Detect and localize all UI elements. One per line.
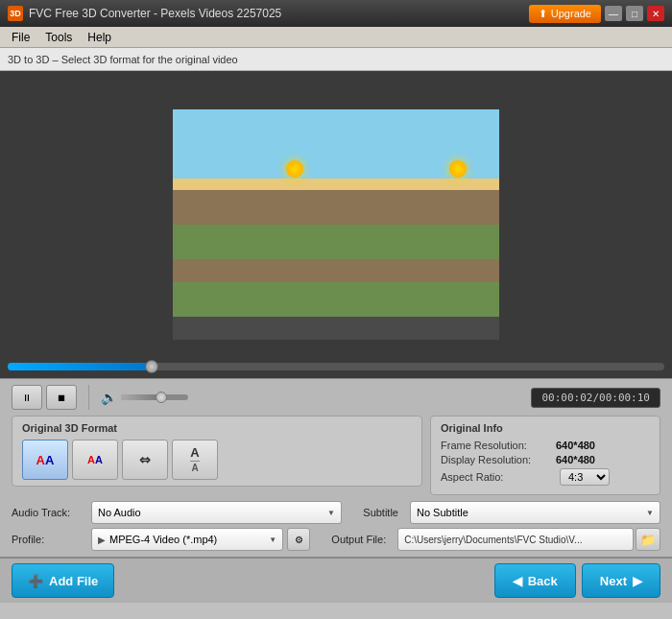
frame-resolution-label: Frame Resolution: [441,440,556,451]
display-resolution-value: 640*480 [556,454,595,465]
gear-icon: ⚙ [295,535,303,545]
volume-slider[interactable] [121,394,188,400]
app-icon: 3D [8,6,23,21]
subtitle-dropdown-container: No Subtitle ▼ [410,501,660,524]
info-section: Original Info Frame Resolution: 640*480 … [430,416,660,495]
video-right [336,109,499,340]
format-btn-tb[interactable]: A A [172,440,218,480]
menu-bar: File Tools Help [0,27,672,48]
title-bar-left: 3D FVC Free 3D Converter - Pexels Videos… [8,6,281,21]
seek-fill [8,363,152,370]
stop-icon: ⏹ [57,393,66,403]
video-frame [173,109,499,340]
profile-label: Profile: [12,534,84,545]
profile-settings-button[interactable]: ⚙ [287,528,310,551]
frame-resolution-value: 640*480 [556,440,595,451]
profile-format-icon: ▶ [98,535,106,545]
seek-thumb[interactable] [145,360,158,373]
format-aa-half-label: AA [87,454,103,465]
minimize-button[interactable]: — [605,6,622,21]
browse-button[interactable]: 📁 [636,528,660,551]
profile-container: ▶ MPEG-4 Video (*.mp4) ▼ ⚙ [91,528,310,551]
menu-tools[interactable]: Tools [37,29,80,46]
volume-area: 🔊 [101,390,188,405]
video-area [0,71,672,378]
info-display-resolution-row: Display Resolution: 640*480 [441,454,650,465]
format-btn-anaglyph-half[interactable]: AA [72,440,118,480]
volume-thumb[interactable] [156,392,167,403]
format-aa-full-label: AA [36,453,55,467]
format-buttons: AA AA ⇔ A A [22,440,412,480]
format-section: Original 3D Format AA AA ⇔ A [12,416,422,487]
playback-row: ⏸ ⏹ 🔊 00:00:02/00:00:10 [12,385,660,410]
video-preview [173,109,499,340]
display-resolution-label: Display Resolution: [441,454,556,465]
audio-dropdown-arrow: ▼ [327,509,335,517]
upgrade-button[interactable]: ⬆ Upgrade [529,5,601,23]
upgrade-icon: ⬆ [539,8,547,20]
audio-track-dropdown[interactable]: No Audio ▼ [91,501,342,524]
format-btn-anaglyph-full[interactable]: AA [22,440,68,480]
back-arrow-icon: ◀ [513,574,522,588]
audio-subtitle-row: Audio Track: No Audio ▼ Subtitle No Subt… [12,501,660,524]
menu-file[interactable]: File [4,29,37,46]
pause-button[interactable]: ⏸ [12,385,42,410]
volume-icon: 🔊 [101,390,117,405]
action-bar: ➕ Add File ◀ Back Next ▶ [0,557,672,603]
info-section-label: Original Info [441,422,650,434]
close-button[interactable]: ✕ [647,6,664,21]
playback-left: ⏸ ⏹ 🔊 [12,385,188,410]
menu-help[interactable]: Help [80,29,119,46]
format-sbs-icon: ⇔ [139,452,151,467]
audio-dropdown-container: No Audio ▼ [91,501,342,524]
instruction-text: 3D to 3D – Select 3D format for the orig… [8,54,238,65]
info-frame-resolution-row: Frame Resolution: 640*480 [441,440,650,451]
instruction-bar: 3D to 3D – Select 3D format for the orig… [0,48,672,71]
separator [88,385,89,410]
seek-bar-container [0,363,672,370]
profile-value: MPEG-4 Video (*.mp4) [109,534,217,545]
aspect-ratio-select[interactable]: 4:3 16:9 [560,468,610,486]
next-arrow-icon: ▶ [633,574,642,588]
pause-icon: ⏸ [22,393,32,403]
add-file-icon: ➕ [28,574,43,588]
subtitle-dropdown[interactable]: No Subtitle ▼ [410,501,660,524]
subtitle-label: Subtitle [349,507,402,518]
format-info-row: Original 3D Format AA AA ⇔ A [12,416,660,495]
format-btn-sbs[interactable]: ⇔ [122,440,168,480]
format-section-label: Original 3D Format [22,422,412,434]
add-file-button[interactable]: ➕ Add File [12,563,114,598]
bottom-rows: Audio Track: No Audio ▼ Subtitle No Subt… [12,501,660,551]
video-left [173,109,336,340]
profile-dropdown[interactable]: ▶ MPEG-4 Video (*.mp4) ▼ [91,528,283,551]
controls-area: ⏸ ⏹ 🔊 00:00:02/00:00:10 Original 3D Form… [0,378,672,557]
nav-buttons: ◀ Back Next ▶ [494,563,660,598]
folder-icon: 📁 [640,533,656,547]
profile-output-row: Profile: ▶ MPEG-4 Video (*.mp4) ▼ ⚙ Outp… [12,528,660,551]
sun-right [449,160,467,178]
seek-bar[interactable] [8,363,664,370]
next-button[interactable]: Next ▶ [582,563,660,598]
info-aspect-ratio-row: Aspect Ratio: 4:3 16:9 [441,468,650,486]
profile-dropdown-arrow: ▼ [269,536,276,544]
output-file-label: Output File: [318,534,390,545]
format-tb-label: A A [190,446,199,472]
maximize-button[interactable]: □ [626,6,643,21]
back-button[interactable]: ◀ Back [494,563,576,598]
output-file-path: C:\Users\jerry\Documents\FVC Studio\V... [397,528,634,551]
sun-left [286,160,303,178]
audio-track-label: Audio Track: [12,507,84,518]
aspect-ratio-label: Aspect Ratio: [441,471,556,483]
window-title: FVC Free 3D Converter - Pexels Videos 22… [29,7,281,20]
title-bar-right: ⬆ Upgrade — □ ✕ [529,5,664,23]
stop-button[interactable]: ⏹ [46,385,77,410]
title-bar: 3D FVC Free 3D Converter - Pexels Videos… [0,0,672,27]
audio-track-value: No Audio [98,507,141,518]
subtitle-dropdown-arrow: ▼ [646,509,654,517]
subtitle-value: No Subtitle [417,507,468,518]
time-display: 00:00:02/00:00:10 [531,388,660,408]
